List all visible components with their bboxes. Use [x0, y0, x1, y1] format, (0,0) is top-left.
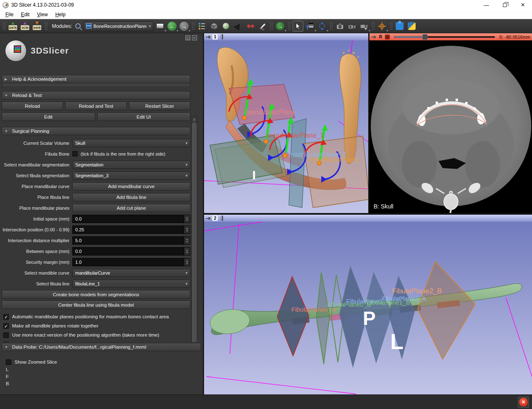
minimize-button[interactable]: —	[477, 0, 495, 10]
close-button[interactable]: ×	[514, 0, 532, 10]
menu-help[interactable]: Help	[52, 11, 69, 18]
fibula-plane-label-2a[interactable]: FibulaPlane2_A	[382, 295, 426, 302]
show-zoomed-slice-checkbox[interactable]	[6, 359, 11, 365]
menu-edit[interactable]: Edit	[17, 11, 33, 18]
scene-views-menu-button[interactable]: ▾	[359, 20, 369, 32]
pin-icon[interactable]	[206, 217, 211, 220]
reload-button[interactable]: Reload	[2, 102, 63, 110]
spin-arrows[interactable]: ▲▼	[184, 215, 190, 223]
views-cube-button[interactable]	[209, 20, 219, 32]
fibula-segmentation-combo[interactable]: Segmentation_3 ▾	[72, 171, 190, 180]
restart-slicer-button[interactable]: Restart Slicer	[129, 102, 190, 110]
panel-scrollbar[interactable]: ▲ ▼	[192, 117, 197, 342]
view-crosshair-icon[interactable]	[219, 34, 225, 40]
scroll-up-arrow[interactable]: ▲	[192, 117, 197, 122]
fibula-plane-0b[interactable]	[316, 273, 330, 364]
save-button[interactable]: SAVE	[32, 20, 42, 32]
close-panel-icon[interactable]: ×	[192, 35, 197, 40]
mandible-curve-combo[interactable]: mandibularCurve ▾	[72, 269, 190, 277]
view1-content[interactable]: mandibularPlane mandibularPlane_1 mandib…	[204, 40, 368, 213]
rotate-3d-button[interactable]: ▾	[317, 20, 328, 32]
pin-icon[interactable]	[206, 35, 211, 39]
threed-view-1[interactable]: 1	[204, 33, 368, 213]
dicom-button[interactable]: DCM	[20, 20, 30, 32]
layout-selector-button[interactable]	[197, 20, 207, 32]
fibula-plane-label-2b[interactable]: FibulaPlane2_B	[392, 287, 442, 295]
surface-models-button[interactable]	[221, 20, 232, 32]
spin-arrows[interactable]: ▲▼	[184, 226, 190, 233]
between-space-spinbox[interactable]: 0.0 ▲▼	[72, 247, 190, 255]
slider-track[interactable]	[394, 36, 495, 38]
toolbar-grip[interactable]	[330, 22, 332, 30]
spin-arrows[interactable]: ▲▼	[184, 248, 190, 255]
view-crosshair-icon[interactable]	[219, 216, 225, 221]
toolbar-grip[interactable]	[44, 22, 47, 30]
spin-arrows[interactable]: ▲▼	[184, 258, 190, 266]
mouse-interaction-button[interactable]	[293, 21, 303, 32]
module-history-button[interactable]: ▾	[155, 20, 165, 32]
volume-rendering-button[interactable]	[233, 20, 244, 32]
scene-views-button[interactable]	[347, 20, 357, 32]
menu-view[interactable]: View	[33, 11, 52, 18]
fibula-bone-checkbox[interactable]	[72, 151, 78, 156]
load-data-button[interactable]: DATA	[7, 20, 18, 32]
center-fibula-line-button[interactable]: Center fibula line using fibula model	[2, 300, 190, 309]
edit-ui-button[interactable]: Edit UI	[97, 112, 191, 121]
markups-button[interactable]: ∗∗	[245, 20, 256, 32]
mandibular-plane-3[interactable]	[303, 136, 368, 208]
toolbar-grip[interactable]	[372, 22, 374, 30]
restore-button[interactable]	[495, 0, 514, 10]
security-margin-spinbox[interactable]: 1.0 ▲▼	[72, 258, 190, 266]
initial-space-spinbox[interactable]: 0.0 ▲▼	[72, 215, 190, 223]
fibula-line-combo[interactable]: fibulaLine_1 ▾	[72, 280, 190, 288]
toolbar-grip[interactable]	[2, 22, 5, 30]
edit-button[interactable]: Edit	[2, 112, 95, 121]
extensions-run-button[interactable]: → ▾	[275, 20, 286, 32]
fibula-plane-0a[interactable]	[277, 277, 309, 356]
add-fibula-line-button[interactable]: Add fibula line	[72, 193, 190, 201]
intersection-multiplier-spinbox[interactable]: 5.0 ▲▼	[72, 236, 190, 245]
annotations-button[interactable]	[257, 20, 268, 32]
add-cut-plane-button[interactable]: Add cut plane	[72, 204, 190, 212]
reload-and-test-button[interactable]: Reload and Test	[65, 102, 127, 110]
intersection-position-spinbox[interactable]: 0.25 ▲▼	[72, 226, 190, 234]
surgical-planning-header[interactable]: ▼ Surgical Planning	[2, 127, 190, 135]
scrollbar-thumb[interactable]	[192, 123, 197, 342]
view2-content[interactable]: FibulaPlane0_A FibulaPlane0_B FibulaPlan…	[204, 222, 532, 394]
spin-arrows[interactable]: ▲▼	[184, 237, 190, 244]
help-section-header[interactable]: ▶ Help & Acknowledgement	[2, 75, 190, 83]
scalar-volume-combo[interactable]: Skull ▾	[72, 139, 190, 147]
non-decimated-checkbox[interactable]: ✓	[3, 342, 9, 342]
toolbar-grip[interactable]	[192, 22, 195, 30]
mandibular-plane-label-0[interactable]: mandibularPlane	[246, 109, 296, 116]
auto-positioning-checkbox[interactable]: ✓	[3, 314, 9, 320]
window-level-button[interactable]: ▾	[305, 20, 315, 32]
pin-icon[interactable]	[371, 35, 376, 39]
crosshair-button[interactable]: ▾	[377, 20, 387, 32]
mandibular-plane-0[interactable]	[229, 84, 295, 124]
exact-version-checkbox[interactable]	[3, 332, 9, 338]
module-search-icon[interactable]	[75, 23, 81, 29]
create-bone-models-button[interactable]: Create bone models from segmentations	[2, 290, 190, 299]
red-slice-view[interactable]: R S: -80.0516mm	[369, 33, 532, 213]
toolbar-grip[interactable]	[389, 22, 392, 30]
toolbar-grip[interactable]	[288, 22, 291, 30]
fibula-plane-2b[interactable]	[418, 262, 475, 359]
rotate-together-checkbox[interactable]: ✓	[3, 323, 9, 329]
screenshot-button[interactable]	[335, 20, 345, 32]
slice-menu-icon[interactable]	[385, 35, 390, 40]
error-log-button[interactable]: ×	[518, 397, 529, 408]
data-probe-header[interactable]: ▼ Data Probe: C:/Users/Mau/Documents/f..…	[2, 343, 201, 351]
add-mandibular-curve-button[interactable]: Add mandibular curve	[72, 182, 190, 191]
mandibular-plane-label-3[interactable]: mandibularPlane	[309, 156, 359, 163]
python-console-button[interactable]	[406, 20, 417, 32]
extensions-manager-button[interactable]	[394, 20, 405, 32]
slice-offset-slider[interactable]	[394, 34, 495, 40]
module-selector[interactable]: BoneReconstructionPlanner ▾	[84, 21, 153, 31]
undock-panel-icon[interactable]: ◱	[185, 35, 190, 40]
menu-file[interactable]: File	[2, 11, 17, 18]
threed-view-2[interactable]: 2	[204, 215, 532, 394]
red-slice-content[interactable]: B: Skull	[369, 40, 532, 213]
slider-handle[interactable]	[422, 34, 428, 40]
module-forward-button[interactable]: → ▾	[179, 20, 190, 32]
